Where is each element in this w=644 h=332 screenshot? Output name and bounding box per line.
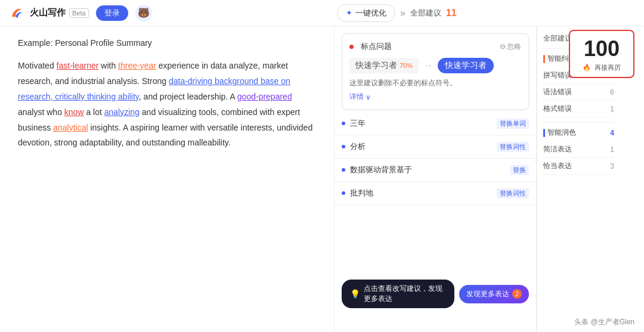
- word-original-text: 快速学习者: [355, 60, 397, 70]
- text-plain-5: analyst who: [18, 107, 64, 117]
- word-original: 快速学习者 70%: [349, 58, 419, 73]
- section-title-polish: 智能润色: [547, 128, 576, 138]
- right-item-format[interactable]: 格式错误 1: [543, 101, 614, 117]
- nav-center: ✦ 一键优化 » 全部建议 11: [159, 4, 634, 22]
- list-text-2: 分析: [350, 141, 492, 152]
- chevron-icon: ∨: [366, 93, 371, 101]
- ignore-label: 忽略: [507, 42, 521, 52]
- text-fast-learner[interactable]: fast-learner: [57, 61, 99, 70]
- score-action: 🔥 再接再厉: [575, 63, 628, 72]
- list-text-4: 批判地: [350, 188, 492, 198]
- ignore-button[interactable]: ⊖ 忽略: [500, 42, 521, 52]
- section-bar-polish: [543, 129, 545, 137]
- text-know[interactable]: know: [64, 107, 84, 117]
- label-concise: 简洁表达: [543, 144, 572, 154]
- text-good-prepared[interactable]: good-prepared: [237, 92, 292, 101]
- bulb-icon: 💡: [350, 289, 360, 299]
- top-nav: 火山写作 Beta 登录 🐻 ✦ 一键优化 » 全部建议 11: [0, 0, 644, 26]
- list-dot-3: [342, 168, 345, 172]
- list-text-3: 数据驱动背景基于: [350, 165, 505, 175]
- text-plain-6: a lot: [84, 107, 104, 117]
- doc-title: Example: Personal Profile Summary: [18, 38, 316, 48]
- list-dot-4: [342, 191, 345, 195]
- suggestion-card: 标点问题 ⊖ 忽略 快速学习者 70% → 快速学习者 这里建议删除不必要的标点…: [342, 33, 529, 110]
- optimize-label: 一键优化: [355, 8, 386, 18]
- all-label: 全部建议: [543, 33, 572, 44]
- label-pinyin: 拼写错误: [543, 70, 572, 80]
- label-proper: 恰当表达: [543, 161, 572, 171]
- tooltip-text: 点击查看改写建议，发现更多表达: [364, 284, 446, 304]
- main-layout: Example: Personal Profile Summary Motiva…: [0, 26, 644, 332]
- polish-count: 4: [610, 129, 614, 137]
- star-icon: ✦: [346, 8, 352, 17]
- card-header: 标点问题 ⊖ 忽略: [349, 41, 521, 52]
- suggestions-count: 11: [446, 8, 457, 18]
- score-number: 100: [575, 37, 628, 61]
- card-title-row: 标点问题: [349, 41, 500, 52]
- right-item-concise[interactable]: 简洁表达 1: [543, 141, 614, 158]
- beta-badge: Beta: [69, 8, 89, 18]
- fire-icon: 🔥: [583, 64, 591, 71]
- editor-area: Example: Personal Profile Summary Motiva…: [0, 26, 334, 332]
- list-badge-1: 替换单词: [497, 119, 529, 129]
- list-badge-4: 替换词性: [497, 188, 529, 198]
- word-comparison: 快速学习者 70% → 快速学习者: [349, 58, 521, 73]
- card-dot: [349, 45, 354, 49]
- list-badge-2: 替换词性: [497, 142, 529, 152]
- tooltip-bubble: 💡 点击查看改写建议，发现更多表达: [342, 280, 454, 308]
- detail-text: 详情: [349, 92, 364, 102]
- section-header-polish: 智能润色 4: [543, 128, 614, 138]
- card-title: 标点问题: [361, 41, 392, 52]
- score-box: 100 🔥 再接再厉: [569, 30, 634, 78]
- suggestions-label: 全部建议: [410, 8, 441, 18]
- list-item[interactable]: 分析 替换词性: [335, 135, 536, 159]
- suggestion-list: 三年 替换单词 分析 替换词性 数据驱动背景基于 替换 批判地 替换词性: [335, 112, 536, 205]
- arrow-icon: →: [423, 60, 433, 71]
- ignore-icon: ⊖: [500, 42, 506, 51]
- avatar-button[interactable]: 🐻: [135, 5, 152, 21]
- list-dot-1: [342, 122, 345, 125]
- count-grammar: 6: [610, 88, 614, 97]
- text-plain-1: Motivated: [18, 61, 57, 70]
- section-bar-correction: [543, 55, 545, 63]
- text-plain-2: with: [98, 61, 118, 70]
- discover-badge: 2: [512, 289, 522, 299]
- label-format: 格式错误: [543, 104, 572, 114]
- list-item[interactable]: 批判地 替换词性: [335, 182, 536, 205]
- card-description: 这里建议删除不必要的标点符号。: [349, 78, 521, 88]
- login-button[interactable]: 登录: [96, 5, 128, 21]
- right-item-grammar[interactable]: 语法错误 6: [543, 84, 614, 101]
- doc-body: Motivated fast-learner with three-year e…: [18, 58, 316, 151]
- logo-text: 火山写作: [30, 7, 66, 18]
- text-analytical[interactable]: analytical: [53, 123, 88, 132]
- divider-2: [543, 122, 614, 123]
- text-analyzing[interactable]: analyzing: [104, 107, 140, 117]
- discover-label: 发现更多表达: [466, 289, 509, 299]
- logo-icon: [10, 5, 26, 21]
- list-text-1: 三年: [350, 118, 492, 129]
- logo-area: 火山写作 Beta: [10, 5, 89, 21]
- list-item[interactable]: 三年 替换单词: [335, 112, 536, 135]
- watermark: 头条 @生产者Glen: [574, 317, 634, 327]
- word-new[interactable]: 快速学习者: [438, 58, 494, 73]
- score-action-text: 再接再厉: [595, 64, 621, 71]
- bottom-tooltip: 💡 点击查看改写建议，发现更多表达 发现更多表达 2: [342, 280, 529, 308]
- right-item-proper[interactable]: 恰当表达 3: [543, 158, 614, 175]
- count-concise: 1: [610, 145, 614, 154]
- text-three-year[interactable]: three-year: [118, 61, 156, 70]
- optimize-button[interactable]: ✦ 一键优化: [337, 4, 395, 22]
- list-badge-3: 替换: [510, 165, 529, 175]
- text-plain-4: , and project leadership. A: [139, 92, 237, 101]
- list-dot-2: [342, 145, 345, 148]
- middle-panel: 标点问题 ⊖ 忽略 快速学习者 70% → 快速学习者 这里建议删除不必要的标点…: [334, 26, 537, 332]
- discover-button[interactable]: 发现更多表达 2: [459, 285, 529, 303]
- count-proper: 3: [610, 162, 614, 170]
- card-detail-link[interactable]: 详情 ∨: [349, 92, 521, 102]
- count-format: 1: [610, 105, 614, 113]
- list-item[interactable]: 数据驱动背景基于 替换: [335, 159, 536, 182]
- word-score: 70%: [400, 62, 413, 69]
- expand-button[interactable]: »: [400, 8, 405, 18]
- label-grammar: 语法错误: [543, 87, 572, 97]
